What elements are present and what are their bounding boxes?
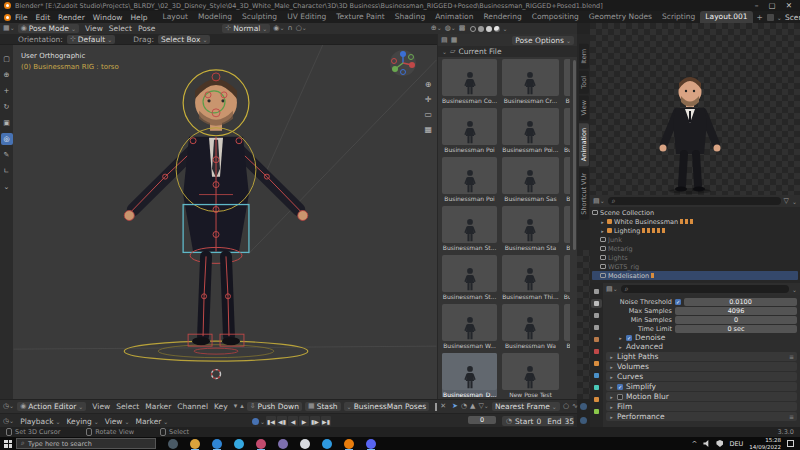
timeline-menu-item[interactable]: Keying ⌄ [64, 417, 102, 426]
mode-selector[interactable]: ◉Pose Mode⌄ [18, 24, 79, 33]
thumbnail-grid-icon[interactable]: ▦ [451, 37, 458, 44]
dopesheet-menu-item[interactable]: Channel [174, 402, 211, 411]
unlink-action-icon[interactable]: ✕ [440, 403, 446, 410]
timeline-menu-item[interactable]: Playback ⌄ [17, 417, 63, 426]
taskbar-clock[interactable]: 15:28 14/09/2022 [749, 437, 781, 450]
menu-item[interactable]: Render [54, 13, 89, 22]
property-value-slider[interactable]: 0 [675, 316, 797, 324]
viewport-tool-button[interactable]: ⌄ [1, 181, 13, 193]
properties-tab[interactable] [591, 335, 602, 344]
properties-tab[interactable] [591, 395, 602, 404]
taskbar-app-icon[interactable] [190, 439, 200, 449]
properties-tab[interactable] [591, 407, 602, 416]
filter-armature-icon[interactable]: ▴ [240, 403, 244, 410]
transform-orientation-selector[interactable]: ⊹Normal⌄ [222, 24, 270, 33]
stash-button[interactable]: ▦Stash [305, 402, 341, 411]
defender-icon[interactable] [716, 440, 723, 447]
pose-asset-item[interactable]: Businessman St... [442, 206, 497, 252]
show-overlays-icon[interactable]: ◍⌄ [445, 25, 456, 32]
wireframe-shading-icon[interactable] [470, 26, 476, 32]
section-checkbox[interactable] [617, 394, 623, 400]
pose-options-dropdown[interactable]: Pose Options⌄ [512, 36, 574, 45]
outliner-options-icon[interactable]: ⌄ [792, 198, 797, 205]
outliner-row[interactable]: ▸ Lighting [592, 226, 798, 235]
menu-item[interactable]: Window [89, 13, 127, 22]
workspace-tab[interactable]: Geometry Nodes [584, 11, 657, 23]
interpolation-icon[interactable]: ∿ [572, 403, 578, 410]
viewport-tool-button[interactable]: ∟ [1, 165, 13, 177]
taskbar-app-icon[interactable] [256, 439, 266, 449]
properties-section-header[interactable]: ▸ Performance ≡ [606, 412, 797, 421]
outliner-row[interactable]: ▸ Junk [592, 235, 798, 244]
orientation-dropdown[interactable]: ⊹Default⌄ [67, 35, 115, 44]
snap-magnet-icon[interactable]: ∩ [288, 25, 293, 32]
sidebar-tab[interactable]: View [579, 95, 589, 120]
properties-section-header[interactable]: ▸ Motion Blur ≡ [606, 392, 797, 401]
start-button[interactable] [4, 440, 12, 448]
errors-filter-icon[interactable]: ▲ [470, 403, 475, 410]
push-down-button[interactable]: ⇩Push Down [247, 402, 302, 411]
workspace-tab[interactable]: Rendering [478, 11, 526, 23]
viewport-nav-icon[interactable]: ▭ [424, 111, 432, 119]
viewport-tool-button[interactable]: + [1, 85, 13, 97]
pose-asset-item[interactable]: Businessman Ju... [564, 59, 570, 105]
outliner-row[interactable]: ▸ White Businessman [592, 217, 798, 226]
navigation-gizmo[interactable] [389, 49, 417, 77]
section-menu-icon[interactable]: ≡ [789, 353, 794, 360]
outliner-item-name[interactable]: Lights [608, 254, 628, 262]
taskbar-app-icon[interactable] [300, 439, 310, 449]
blender-menu-icon[interactable] [4, 14, 11, 21]
sidebar-tab[interactable]: Shortcut VUr [579, 168, 589, 220]
taskbar-app-icon[interactable] [366, 439, 376, 449]
playback-button[interactable]: ▮▶ [310, 416, 320, 426]
notification-center-icon[interactable] [787, 440, 794, 447]
taskbar-app-icon[interactable] [344, 439, 354, 449]
viewport-nav-icon[interactable]: ⊕ [425, 81, 432, 89]
editor-corner-icon[interactable] [580, 417, 587, 424]
sidebar-tab[interactable]: Animation [579, 123, 589, 166]
render-preview[interactable] [590, 23, 800, 195]
end-frame-field[interactable]: 35 [564, 417, 574, 426]
pose-asset-item[interactable]: Businessman Poi... [502, 108, 559, 154]
keyboard-language[interactable]: DEU [729, 440, 743, 448]
sidebar-tab[interactable]: Tool [579, 71, 589, 94]
pose-asset-item[interactable]: New Pose Test [502, 353, 559, 397]
viewport-tool-button[interactable]: ✎ [1, 149, 13, 161]
properties-search-input[interactable]: ⌕ [621, 285, 789, 293]
start-frame-field[interactable]: 0 [536, 417, 541, 426]
viewport-tool-button[interactable]: ▢ [1, 53, 13, 65]
pose-asset-item[interactable]: Businessman W... [442, 304, 497, 350]
hidden-filter-icon[interactable]: ◔ [461, 403, 467, 410]
pose-asset-item[interactable]: Businessman Sta [564, 206, 570, 252]
dopesheet-menu-item[interactable]: Select [113, 402, 142, 411]
viewport-tool-button[interactable]: ▣ [1, 117, 13, 129]
dopesheet-menu-item[interactable]: View [89, 402, 113, 411]
subsection-checkbox[interactable] [626, 335, 632, 341]
pose-asset-item[interactable]: Businessman St... [442, 255, 497, 301]
auto-keying-toggle[interactable] [252, 418, 259, 425]
outliner-item-name[interactable]: Lighting [614, 227, 640, 235]
pose-asset-item[interactable]: Businessman Wa [502, 304, 559, 350]
asset-library-selector[interactable]: Current File [458, 47, 501, 56]
pivot-point-icon[interactable]: ◉⌄ [273, 25, 284, 32]
solid-shading-icon[interactable] [478, 26, 484, 32]
only-selected-filter-icon[interactable]: ➤ [452, 403, 458, 410]
scene-selector[interactable]: Scene [785, 13, 800, 22]
maximize-button[interactable]: ▢ [769, 0, 776, 11]
outliner-item-name[interactable]: Modelisation [608, 272, 649, 280]
viewport-nav-icon[interactable]: ✛ [425, 96, 432, 104]
snap-mode-dropdown[interactable]: Nearest Frame⌄ [492, 402, 560, 411]
timeline-menu-item[interactable]: Marker ⌄ [132, 417, 171, 426]
volume-icon[interactable] [703, 440, 710, 447]
viewport-menu-item[interactable]: Pose [135, 24, 158, 33]
outliner-item-name[interactable]: White Businessman [614, 218, 678, 226]
outliner-item-name[interactable]: Junk [608, 236, 622, 244]
outliner-row[interactable]: ▸ Metarig [592, 244, 798, 253]
outliner-row[interactable]: ▸ WGTS_rig [592, 262, 798, 271]
taskbar-app-icon[interactable] [212, 439, 222, 449]
material-shading-icon[interactable] [486, 26, 492, 32]
properties-section-header[interactable]: ▸ Simplify ≡ [606, 382, 797, 391]
workspace-tab[interactable]: Layout.001 [700, 11, 752, 23]
add-workspace-button[interactable]: + [753, 13, 767, 22]
workspace-tab[interactable]: Animation [430, 11, 478, 23]
